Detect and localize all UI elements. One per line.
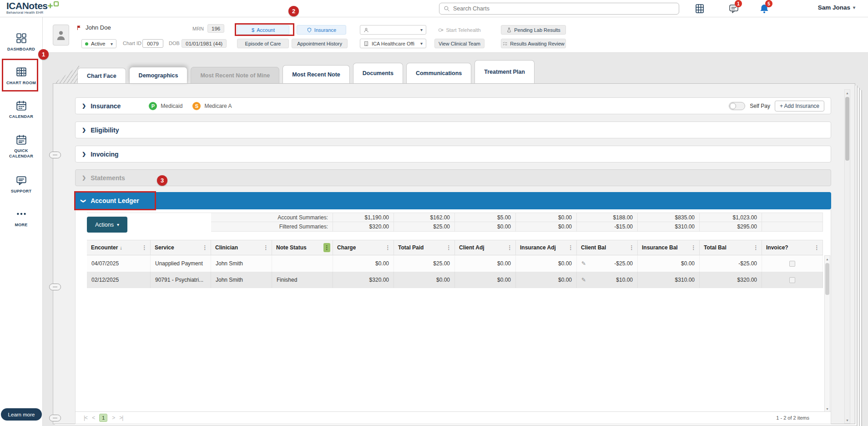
sidebar-item-support[interactable]: SUPPORT (0, 167, 42, 202)
next-page-button[interactable]: > (112, 415, 115, 421)
column-menu-icon-filtered[interactable]: ⋮ (323, 243, 330, 252)
sidebar-item-quick-calendar[interactable]: QUICK CALENDAR (0, 127, 42, 167)
actions-button[interactable]: Actions ▾ (87, 217, 127, 233)
column-label: Total Bal (704, 244, 727, 251)
search-input[interactable] (453, 5, 675, 12)
column-header-total-paid[interactable]: Total Paid⋮ (394, 240, 455, 255)
column-menu-icon[interactable]: ⋮ (384, 243, 391, 252)
tab-documents[interactable]: Documents (353, 63, 403, 83)
tab-chart-face[interactable]: Chart Face (77, 68, 126, 83)
quick-calendar-icon (15, 134, 27, 146)
episode-of-care-button[interactable]: Episode of Care (237, 39, 289, 48)
scroll-down-icon[interactable]: ▼ (825, 406, 830, 412)
start-telehealth-label: Start Telehealth (446, 27, 480, 33)
chart-id-field[interactable]: 0079 (142, 39, 163, 48)
scrollbar-thumb[interactable] (845, 97, 849, 161)
cell-insurance-adj: $0.00 (516, 272, 577, 288)
tab-label: Communications (416, 70, 462, 76)
results-awaiting-review-button[interactable]: Results Awaiting Review (501, 39, 566, 48)
office-select[interactable]: ICA Healthcare Offi ▾ (360, 39, 426, 48)
sidebar-item-label: MORE (3, 223, 40, 228)
last-page-button[interactable]: >| (119, 415, 123, 421)
column-menu-icon[interactable]: ⋮ (813, 243, 820, 252)
column-header-note-status[interactable]: Note Status⋮ (272, 240, 333, 255)
edit-pencil-icon[interactable]: ✎ (581, 277, 586, 283)
tab-communications[interactable]: Communications (406, 63, 471, 83)
scroll-up-icon[interactable]: ▲ (845, 90, 850, 96)
patient-status-select[interactable]: Active ▾ (81, 39, 116, 48)
sidebar-item-more[interactable]: MORE (0, 202, 42, 234)
account-button[interactable]: $ Account (237, 25, 289, 35)
invoice-checkbox[interactable] (789, 277, 795, 283)
column-menu-icon[interactable]: ⋮ (752, 243, 759, 252)
sidebar-item-calendar[interactable]: CALENDAR (0, 93, 42, 127)
page-scrollbar[interactable]: ▲ ▼ (844, 89, 850, 424)
column-menu-icon[interactable]: ⋮ (262, 243, 269, 252)
invoice-checkbox[interactable] (789, 261, 795, 267)
column-menu-icon[interactable]: ⋮ (567, 243, 574, 252)
column-menu-icon[interactable]: ⋮ (690, 243, 697, 252)
section-insurance[interactable]: ❯ Insurance P Medicaid S Medicare A Self… (75, 97, 831, 114)
flag-icon[interactable] (76, 25, 82, 30)
sidebar-item-chart-room[interactable]: CHART ROOM (0, 59, 42, 93)
table-scrollbar[interactable]: ▲ ▼ (824, 255, 830, 412)
column-header-insurance-bal[interactable]: Insurance Bal⋮ (638, 240, 700, 255)
pagination-bar: |< < 1 > >| 1 - 2 of 2 items (76, 411, 831, 424)
table-row[interactable]: 04/07/2025 Unapplied Payment John Smith … (87, 255, 823, 272)
column-menu-icon[interactable]: ⋮ (628, 243, 635, 252)
apps-grid-icon[interactable] (694, 3, 705, 14)
panel-collapse-handle[interactable] (49, 284, 61, 290)
table-row[interactable]: 02/12/2025 90791 - Psychiatri... John Sm… (87, 272, 823, 288)
column-menu-icon[interactable]: ⋮ (445, 243, 452, 252)
previous-page-button[interactable]: < (92, 415, 95, 421)
episode-of-care-label: Episode of Care (245, 41, 281, 46)
insurance-button[interactable]: Insurance (297, 25, 346, 35)
panel-collapse-handle[interactable] (49, 152, 61, 158)
cell-charge: $320.00 (333, 272, 394, 288)
column-header-service[interactable]: Service⋮ (151, 240, 211, 255)
column-header-clinician[interactable]: Clinician⋮ (211, 240, 272, 255)
section-eligibility[interactable]: ❯ Eligibility (75, 122, 831, 138)
scroll-up-icon[interactable]: ▲ (825, 256, 830, 262)
account-ledger-panel: Account Summaries: $1,190.00 $162.00 $5.… (75, 209, 831, 424)
cell-total-bal: $320.00 (700, 272, 762, 288)
tab-demographics[interactable]: Demographics (129, 67, 188, 83)
sidebar-item-dashboard[interactable]: DASHBOARD (0, 25, 42, 59)
user-menu[interactable]: Sam Jonas ▾ (818, 4, 855, 11)
appointment-history-button[interactable]: Appointment History (292, 39, 348, 48)
learn-more-button[interactable]: Learn more (1, 408, 42, 421)
edit-pencil-icon[interactable]: ✎ (581, 260, 586, 267)
current-page-button[interactable]: 1 (99, 414, 107, 422)
app-logo[interactable]: ICANotes+ Behavioral Health EHR (6, 1, 59, 15)
chevron-down-icon: ▾ (420, 27, 423, 32)
column-header-total-bal[interactable]: Total Bal⋮ (700, 240, 762, 255)
cell-note-status (272, 255, 333, 272)
column-header-charge[interactable]: Charge⋮ (333, 240, 394, 255)
video-camera-icon (438, 27, 444, 33)
column-header-invoice[interactable]: Invoice?⋮ (762, 240, 823, 255)
column-menu-icon[interactable]: ⋮ (506, 243, 513, 252)
first-page-button[interactable]: |< (84, 415, 87, 421)
tab-most-recent-note[interactable]: Most Recent Note (283, 65, 350, 83)
add-insurance-button[interactable]: + Add Insurance (775, 101, 824, 112)
pending-lab-results-button[interactable]: Pending Lab Results (501, 25, 566, 35)
scroll-down-icon[interactable]: ▼ (845, 417, 850, 423)
tab-treatment-plan[interactable]: Treatment Plan (474, 60, 535, 83)
column-header-encounter[interactable]: Encounter↓⋮ (87, 240, 151, 255)
column-header-client-adj[interactable]: Client Adj⋮ (455, 240, 516, 255)
self-pay-toggle[interactable] (729, 102, 745, 110)
scrollbar-thumb[interactable] (825, 263, 829, 295)
column-header-insurance-adj[interactable]: Insurance Adj⋮ (516, 240, 577, 255)
cell-total-bal: -$25.00 (700, 255, 762, 272)
column-menu-icon[interactable]: ⋮ (202, 243, 208, 252)
panel-collapse-handle[interactable] (49, 415, 61, 421)
pending-lab-results-label: Pending Lab Results (514, 27, 560, 33)
view-clinical-team-button[interactable]: View Clinical Team (434, 39, 484, 48)
column-label: Clinician (215, 244, 238, 251)
column-header-client-bal[interactable]: Client Bal⋮ (577, 240, 638, 255)
section-invoicing[interactable]: ❯ Invoicing (75, 146, 831, 162)
clinician-select[interactable]: ▾ (360, 25, 426, 35)
column-menu-icon[interactable]: ⋮ (141, 243, 148, 252)
patient-avatar[interactable] (53, 25, 69, 46)
section-account-ledger[interactable]: ❯ Account Ledger (75, 192, 831, 209)
